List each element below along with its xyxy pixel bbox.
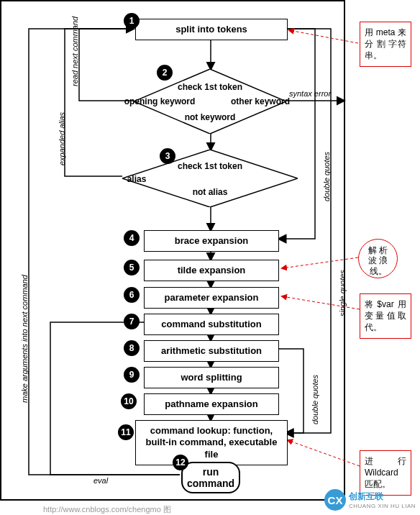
annot-var-subst: 将$var用 变 量 值 取代。 — [360, 293, 411, 339]
badge-11: 11 — [118, 424, 134, 440]
step-arithmetic-substitution: arithmetic substitution — [144, 340, 279, 362]
s10-label: pathname expansion — [165, 398, 257, 409]
step-brace-expansion: brace expansion — [144, 230, 279, 252]
decision-check-1st-token-2: check 1st token alias not alias — [122, 150, 298, 207]
badge-2: 2 — [157, 65, 173, 81]
d2-right: other keyword — [210, 96, 311, 106]
step-command-lookup: command lookup: function, built-in comma… — [135, 420, 288, 465]
annot-tilde: 解 析 波 浪 线。 — [358, 239, 398, 278]
decision-check-1st-token-1: check 1st token opening keyword other ke… — [134, 69, 286, 134]
step-split-tokens: split into tokens — [135, 19, 288, 40]
label-double-quotes-1: double quotes — [322, 152, 331, 201]
step-run-command: run command — [181, 462, 240, 493]
s9-label: word splitting — [181, 372, 242, 383]
d3-bottom: not alias — [122, 187, 298, 197]
badge-10: 10 — [121, 393, 137, 409]
step-command-substitution: command substitution — [144, 314, 279, 335]
badge-6: 6 — [124, 287, 140, 303]
s5-label: tilde expansion — [178, 265, 246, 275]
svg-line-12 — [289, 30, 358, 43]
brand-logo: CX 创新互联 CHUANG XIN HU LIAN — [324, 489, 416, 511]
annot-meta-split: 用 meta 来 分 割 字符串。 — [360, 22, 411, 67]
badge-3: 3 — [160, 148, 175, 164]
label-make-arguments: make arguments into next command — [20, 275, 29, 403]
step-word-splitting: word splitting — [144, 367, 279, 388]
badge-7: 7 — [124, 314, 140, 329]
label-syntax-error: syntax error — [289, 89, 331, 98]
badge-9: 9 — [124, 367, 140, 383]
step-tilde-expansion: tilde expansion — [144, 260, 279, 281]
badge-12: 12 — [173, 455, 188, 470]
d2-top: check 1st token — [134, 82, 286, 92]
s11-label: command lookup: function, built-in comma… — [146, 425, 278, 460]
s6-label: parameter expansion — [165, 292, 259, 303]
label-single-quotes: single quotes — [338, 270, 347, 316]
logo-brand: 创新互联 — [349, 491, 416, 503]
label-double-quotes-2: double quotes — [311, 375, 319, 424]
logo-mark-icon: CX — [324, 489, 346, 511]
s12-label: run command — [187, 466, 234, 489]
svg-line-13 — [282, 258, 358, 268]
d3-top: check 1st token — [122, 161, 298, 171]
label-expanded-alias: expanded alias — [58, 112, 66, 165]
footer-url: http://www.cnblogs.com/chengmo 图 — [43, 504, 171, 515]
step-1-label: split into tokens — [175, 24, 247, 35]
s4-label: brace expansion — [175, 235, 249, 246]
d2-bottom: not keyword — [134, 112, 286, 122]
label-read-next-command: read next command — [70, 17, 79, 86]
step-parameter-expansion: parameter expansion — [144, 287, 279, 309]
svg-line-14 — [282, 296, 360, 309]
badge-4: 4 — [124, 230, 140, 246]
s8-label: arithmetic substitution — [161, 345, 262, 356]
badge-8: 8 — [124, 340, 140, 356]
label-eval: eval — [93, 476, 108, 485]
badge-1: 1 — [124, 13, 140, 29]
d3-left: alias — [93, 174, 180, 184]
s7-label: command substitution — [161, 319, 261, 329]
svg-line-15 — [288, 440, 360, 466]
logo-sub: CHUANG XIN HU LIAN — [349, 503, 416, 509]
d2-left: opening keyword — [109, 96, 210, 106]
badge-5: 5 — [124, 260, 140, 275]
step-pathname-expansion: pathname expansion — [144, 393, 279, 415]
